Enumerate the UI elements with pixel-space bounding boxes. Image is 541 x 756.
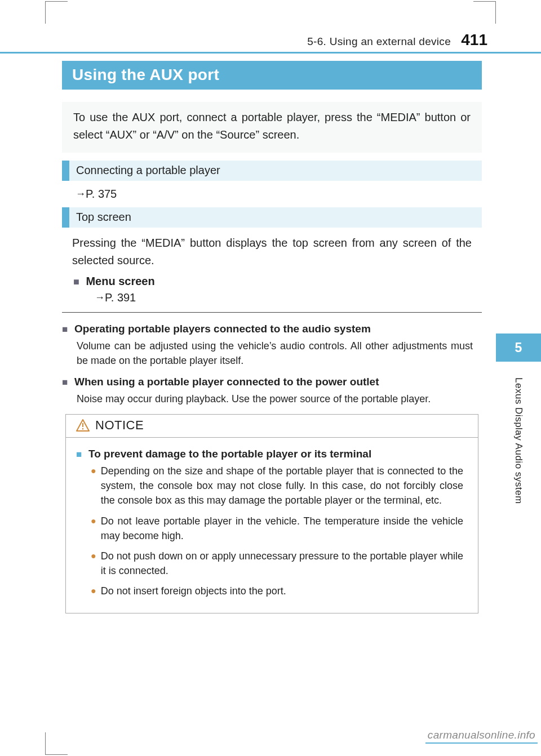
footer-text: carmanualsonline.info (428, 729, 535, 741)
section-label: Top screen (69, 207, 138, 228)
notice-title: To prevent damage to the portable player… (88, 448, 371, 460)
menu-screen-label: ■ Menu screen (73, 275, 482, 288)
ref-text: P. 391 (105, 291, 136, 304)
notice-box: NOTICE ■To prevent damage to the portabl… (65, 414, 478, 613)
ref-text: P. 375 (86, 188, 117, 200)
page-title: Using the AUX port (62, 61, 482, 90)
square-icon: ■ (76, 449, 84, 460)
section-heading-connecting: Connecting a portable player (62, 161, 482, 181)
square-icon: ■ (62, 377, 70, 388)
page-reference: →P. 375 (76, 188, 482, 201)
chapter-label: Lexus Display Audio system (513, 377, 524, 504)
square-icon: ■ (62, 324, 70, 335)
bullet-text: Do not insert foreign objects into the p… (101, 584, 286, 598)
list-item: ● Do not push down on or apply unnecessa… (91, 549, 463, 578)
notice-bullet-list: ● Depending on the size and shape of the… (91, 464, 463, 598)
header-divider (0, 52, 541, 54)
chapter-number: 5 (496, 333, 541, 362)
notice-heading: ■To prevent damage to the portable playe… (76, 448, 463, 460)
note-body: Volume can be adjusted using the vehicle… (77, 339, 473, 368)
note-body: Noise may occur during playback. Use the… (77, 392, 473, 406)
crop-mark (45, 754, 68, 755)
crop-mark (473, 1, 496, 2)
notice-body: ■To prevent damage to the portable playe… (66, 438, 478, 613)
page-reference: →P. 391 (95, 291, 482, 304)
notice-label: NOTICE (95, 418, 144, 433)
note-heading-power: ■When using a portable player connected … (62, 376, 482, 388)
divider (62, 312, 482, 313)
bullet-icon: ● (91, 550, 96, 578)
warning-icon (76, 419, 90, 432)
list-item: ● Depending on the size and shape of the… (91, 464, 463, 508)
bullet-text: Do not push down on or apply unnecessary… (101, 549, 463, 578)
menu-label-text: Menu screen (86, 275, 154, 287)
crop-mark (45, 1, 68, 2)
section-body: Pressing the “MEDIA” button displays the… (72, 234, 472, 269)
arrow-icon: → (76, 188, 86, 199)
section-label: Connecting a portable player (69, 161, 227, 181)
arrow-icon: → (95, 292, 105, 303)
breadcrumb: 5-6. Using an external device (307, 35, 451, 48)
section-heading-top-screen: Top screen (62, 207, 482, 228)
side-tab: 5 Lexus Display Audio system (496, 333, 541, 504)
bullet-icon: ● (91, 585, 96, 598)
bullet-text: Depending on the size and shape of the p… (101, 464, 463, 508)
note-title: Operating portable players connected to … (74, 323, 371, 335)
bullet-text: Do not leave portable player in the vehi… (101, 514, 463, 543)
accent-bar (62, 161, 69, 181)
note-heading-operating: ■Operating portable players connected to… (62, 323, 482, 335)
bullet-icon: ● (91, 465, 96, 508)
note-title: When using a portable player connected t… (74, 376, 379, 388)
bullet-icon: ● (91, 515, 96, 543)
intro-text: To use the AUX port, connect a portable … (62, 102, 482, 153)
notice-header: NOTICE (66, 415, 478, 438)
list-item: ● Do not insert foreign objects into the… (91, 584, 463, 598)
square-icon: ■ (73, 276, 79, 287)
page-content: Using the AUX port To use the AUX port, … (62, 61, 482, 613)
page-number: 411 (461, 31, 487, 49)
accent-bar (62, 207, 69, 228)
svg-rect-0 (82, 423, 83, 427)
list-item: ● Do not leave portable player in the ve… (91, 514, 463, 543)
svg-rect-1 (82, 428, 83, 430)
footer-watermark: carmanualsonline.info (425, 728, 538, 744)
